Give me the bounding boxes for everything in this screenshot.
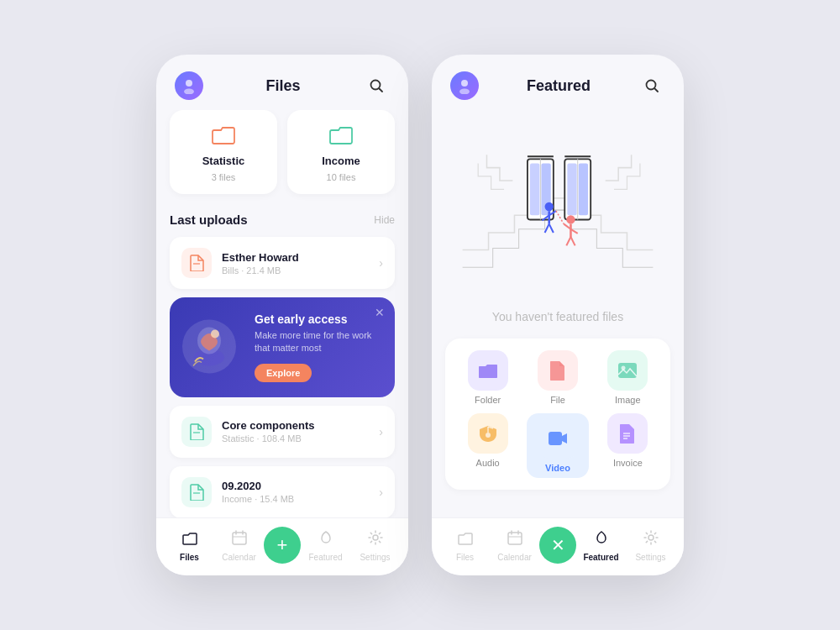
promo-content: Get early access Make more time for the … [183, 312, 381, 382]
svg-rect-27 [579, 163, 588, 215]
last-uploads-header: Last uploads Hide [170, 213, 395, 227]
nav-settings[interactable]: Settings [350, 529, 400, 562]
settings-nav-label: Settings [360, 553, 390, 562]
invoice-type-label: Invoice [613, 458, 643, 468]
income-folder-icon [328, 123, 354, 150]
income-label: Income [322, 155, 360, 167]
folder-card-income[interactable]: Income 10 files [287, 110, 395, 194]
image-type-icon [607, 350, 648, 391]
feat-settings-nav-icon [643, 529, 659, 550]
svg-point-0 [186, 80, 192, 87]
svg-point-16 [461, 80, 468, 87]
file-item-sept[interactable]: 09.2020 Income · 15.4 MB › [170, 466, 395, 517]
video-type-label: Video [545, 463, 570, 473]
files-nav-label: Files [180, 553, 199, 562]
featured-content: You haven't featured files Folder [432, 110, 684, 517]
svg-line-19 [655, 89, 659, 92]
video-type-icon [538, 418, 578, 459]
svg-point-1 [184, 89, 194, 95]
nav-files[interactable]: Files [165, 529, 214, 562]
svg-rect-22 [530, 163, 539, 215]
feat-settings-nav-label: Settings [635, 553, 665, 562]
file-type-label-file: File [550, 395, 565, 405]
feat-calendar-nav-label: Calendar [497, 553, 532, 562]
svg-rect-43 [618, 363, 637, 378]
svg-line-41 [570, 237, 575, 245]
search-button[interactable] [363, 72, 390, 99]
files-header: Files [156, 55, 408, 110]
esther-file-name: Esther Howard [222, 251, 379, 264]
statistic-label: Statistic [202, 155, 245, 167]
file-type-invoice[interactable]: Invoice [597, 413, 659, 478]
file-type-video[interactable]: Video [527, 413, 588, 478]
screens-container: Files Statistic 3 files [156, 55, 684, 575]
svg-point-18 [647, 81, 656, 90]
sept-file-icon [181, 477, 212, 507]
close-button[interactable]: ✕ [539, 527, 576, 564]
feat-files-nav-icon [457, 529, 474, 550]
core-chevron-icon: › [379, 425, 383, 438]
svg-rect-52 [508, 533, 522, 544]
esther-file-icon [181, 248, 212, 278]
close-icon: ✕ [551, 535, 565, 555]
files-content: Statistic 3 files Income 10 files Last u… [156, 110, 408, 517]
core-file-meta: Statistic · 108.4 MB [222, 433, 379, 444]
feat-nav-settings[interactable]: Settings [626, 529, 675, 562]
svg-rect-11 [233, 533, 246, 544]
promo-subtitle: Make more time for the work that matter … [255, 329, 381, 355]
hide-button[interactable]: Hide [374, 214, 395, 226]
svg-line-34 [545, 224, 549, 233]
featured-illustration [445, 110, 670, 303]
invoice-type-icon [607, 413, 648, 454]
featured-title: Featured [527, 77, 591, 95]
plus-icon: + [277, 534, 288, 556]
feat-nav-files[interactable]: Files [440, 529, 490, 562]
folder-type-icon [468, 350, 508, 391]
calendar-nav-label: Calendar [222, 553, 256, 562]
audio-type-icon [468, 413, 508, 454]
file-item-core[interactable]: Core components Statistic · 108.4 MB › [170, 406, 395, 458]
file-type-folder[interactable]: Folder [457, 350, 518, 405]
promo-title: Get early access [255, 312, 381, 326]
svg-point-15 [373, 535, 378, 540]
files-screen: Files Statistic 3 files [156, 55, 408, 575]
feat-nav-featured[interactable]: Featured [576, 529, 626, 562]
file-item-esther[interactable]: Esther Howard Bills · 21.4 MB › [170, 237, 395, 289]
featured-screen: Featured [432, 55, 684, 575]
svg-line-42 [556, 211, 564, 223]
svg-line-40 [566, 237, 570, 245]
feat-featured-nav-icon [593, 529, 610, 550]
sept-chevron-icon: › [379, 486, 383, 499]
folder-type-label: Folder [475, 395, 501, 405]
income-count: 10 files [327, 172, 356, 182]
image-type-label: Image [615, 395, 641, 405]
svg-point-45 [486, 433, 491, 438]
settings-nav-icon [367, 529, 384, 550]
last-uploads-title: Last uploads [170, 213, 248, 227]
folder-cards: Statistic 3 files Income 10 files [170, 110, 395, 194]
file-type-file[interactable]: File [527, 350, 588, 405]
folder-card-statistic[interactable]: Statistic 3 files [170, 110, 277, 194]
featured-avatar [450, 71, 479, 100]
file-type-audio[interactable]: Audio [457, 413, 518, 478]
add-button[interactable]: + [264, 527, 301, 564]
sept-file-info: 09.2020 Income · 15.4 MB [222, 480, 379, 504]
nav-featured[interactable]: Featured [301, 529, 350, 562]
svg-line-3 [380, 89, 383, 92]
svg-rect-48 [549, 432, 562, 445]
promo-banner: Get early access Make more time for the … [170, 297, 395, 397]
esther-file-meta: Bills · 21.4 MB [222, 265, 379, 276]
explore-button[interactable]: Explore [255, 364, 312, 382]
svg-point-2 [371, 81, 381, 90]
core-file-name: Core components [222, 419, 379, 432]
file-type-image[interactable]: Image [597, 350, 659, 405]
nav-calendar[interactable]: Calendar [214, 529, 264, 562]
featured-search-button[interactable] [638, 72, 665, 99]
feat-files-nav-label: Files [456, 553, 474, 562]
core-file-info: Core components Statistic · 108.4 MB [222, 419, 379, 444]
esther-chevron-icon: › [379, 256, 383, 270]
statistic-folder-icon [211, 123, 236, 150]
feat-nav-calendar[interactable]: Calendar [490, 529, 539, 562]
featured-nav-label: Featured [308, 553, 342, 562]
featured-nav-icon [318, 529, 334, 550]
